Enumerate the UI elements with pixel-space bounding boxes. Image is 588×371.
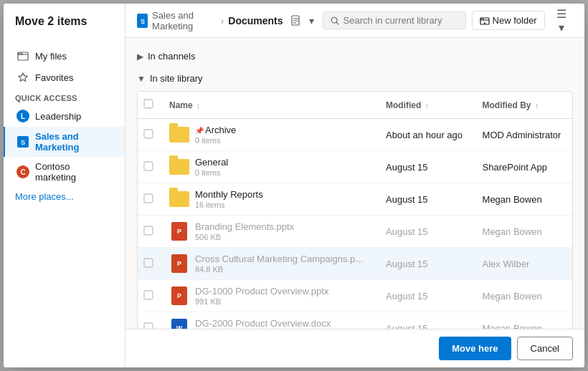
file-name: General — [195, 157, 228, 168]
cancel-button[interactable]: Cancel — [517, 337, 573, 360]
modal-title: Move 2 items — [4, 15, 125, 39]
row-modified-by: Megan Bowen — [474, 216, 572, 248]
name-sort-icon: ↕ — [196, 102, 200, 110]
in-site-library-label: In site library — [150, 73, 203, 84]
row-modified: August 15 — [377, 183, 474, 216]
modified-by-sort-icon: ↕ — [535, 102, 539, 110]
file-subtext: 506 KB — [195, 233, 294, 241]
pin-icon: 📌 — [195, 127, 204, 135]
breadcrumb-separator: › — [221, 15, 224, 26]
row-checkbox[interactable] — [138, 151, 161, 183]
table-row[interactable]: P Cross Cultural Marketing Campaigns.p..… — [138, 248, 572, 280]
svg-line-7 — [336, 22, 338, 24]
myfiles-label: My files — [35, 51, 67, 62]
row-checkbox[interactable] — [138, 183, 161, 216]
sidebar-item-leadership[interactable]: L Leadership — [4, 105, 125, 127]
table-row[interactable]: Monthly Reports 16 items August 15Megan … — [138, 183, 572, 216]
row-name[interactable]: Monthly Reports 16 items — [161, 183, 377, 216]
row-modified-by: Megan Bowen — [474, 280, 572, 312]
table-row[interactable]: P DG-1000 Product Overview.pptx 991 KB A… — [138, 280, 572, 312]
file-name-cell: General 0 items — [195, 157, 228, 177]
row-modified-by: Megan Bowen — [474, 183, 572, 216]
breadcrumb-current-folder: Documents — [228, 15, 283, 26]
header-bar: S Sales and Marketing › Documents ▾ — [125, 4, 584, 38]
file-name-cell: Branding Elements.pptx 506 KB — [195, 221, 294, 241]
row-modified-by: Megan Bowen — [474, 312, 572, 329]
sidebar-item-contoso[interactable]: C Contoso marketing — [4, 157, 125, 187]
row-name[interactable]: P Cross Cultural Marketing Campaigns.p..… — [161, 248, 377, 280]
file-name-cell: DG-1000 Product Overview.pptx 991 KB — [195, 286, 328, 306]
word-icon: W — [169, 318, 189, 329]
svg-rect-14 — [144, 259, 153, 267]
col-modified-header[interactable]: Modified ↕ — [377, 92, 474, 119]
search-icon — [331, 16, 339, 26]
in-channels-label: In channels — [148, 51, 196, 62]
svg-rect-11 — [144, 162, 153, 170]
row-modified-by: Alex Wilber — [474, 248, 572, 280]
row-name[interactable]: W DG-2000 Product Overview.docx 226 KB — [161, 312, 377, 329]
quick-access-label: Quick access — [4, 88, 125, 105]
new-folder-icon — [480, 16, 490, 26]
in-site-library-toggle[interactable]: ▼ In site library — [137, 69, 573, 88]
search-box[interactable] — [323, 11, 466, 29]
row-checkbox[interactable] — [138, 119, 161, 151]
file-subtext: 0 items — [195, 168, 228, 177]
row-checkbox[interactable] — [138, 280, 161, 312]
move-here-button[interactable]: Move here — [439, 337, 511, 360]
svg-text:S: S — [21, 139, 25, 146]
breadcrumb: S Sales and Marketing › Documents ▾ — [137, 10, 317, 32]
ppt-icon: P — [169, 221, 189, 241]
row-checkbox[interactable] — [138, 216, 161, 248]
leadership-label: Leadership — [35, 111, 81, 122]
svg-rect-12 — [144, 194, 153, 203]
more-options-button[interactable]: ☰ ▾ — [551, 4, 573, 37]
contoso-icon: C — [16, 165, 29, 178]
channels-chevron-icon: ▶ — [137, 52, 143, 62]
sidebar-nav: My files Favorites Quick access L Leader… — [4, 39, 125, 212]
breadcrumb-dropdown-btn[interactable]: ▾ — [306, 14, 317, 28]
ppt-icon: P — [169, 286, 189, 306]
col-checkbox — [138, 92, 161, 119]
sidebar-item-sales-marketing[interactable]: S Sales and Marketing — [4, 127, 125, 157]
row-name[interactable]: P Branding Elements.pptx 506 KB — [161, 216, 377, 248]
col-name-header[interactable]: Name ↕ — [161, 92, 377, 119]
table-row[interactable]: P Branding Elements.pptx 506 KB August 1… — [138, 216, 572, 248]
row-modified: About an hour ago — [377, 119, 474, 151]
row-modified: August 15 — [377, 248, 474, 280]
row-checkbox[interactable] — [138, 248, 161, 280]
svg-rect-16 — [144, 323, 153, 329]
row-modified: August 15 — [377, 312, 474, 329]
leadership-icon: L — [16, 110, 29, 122]
sales-marketing-icon: S — [16, 135, 29, 148]
sidebar-item-favorites[interactable]: Favorites — [4, 67, 125, 88]
modified-sort-icon: ↕ — [425, 102, 429, 110]
more-places-link[interactable]: More places... — [4, 187, 125, 206]
file-name: DG-2000 Product Overview.docx — [195, 318, 331, 329]
sidebar-item-myfiles[interactable]: My files — [4, 45, 125, 67]
file-name-cell: Cross Cultural Marketing Campaigns.p... … — [195, 254, 363, 274]
in-channels-toggle[interactable]: ▶ In channels — [137, 47, 573, 66]
row-modified-by: SharePoint App — [474, 151, 572, 183]
table-row[interactable]: General 0 items August 15SharePoint App — [138, 151, 572, 183]
col-modified-by-header[interactable]: Modified By ↕ — [474, 92, 572, 119]
file-subtext: 16 items — [195, 201, 263, 209]
row-name[interactable]: P DG-1000 Product Overview.pptx 991 KB — [161, 280, 377, 312]
row-name[interactable]: 📌Archive 0 items — [161, 119, 377, 151]
folder-icon — [169, 125, 189, 145]
svg-rect-13 — [144, 226, 153, 235]
file-name: Monthly Reports — [195, 189, 263, 200]
file-name: Branding Elements.pptx — [195, 221, 294, 232]
row-name[interactable]: General 0 items — [161, 151, 377, 183]
file-name-cell: Monthly Reports 16 items — [195, 189, 263, 209]
move-dialog: Move 2 items My files — [4, 4, 584, 367]
table-row[interactable]: W DG-2000 Product Overview.docx 226 KB A… — [138, 312, 572, 329]
folder-icon — [169, 157, 189, 177]
file-subtext: 991 KB — [195, 297, 328, 306]
file-subtext: 84.8 KB — [195, 265, 363, 274]
search-input[interactable] — [343, 15, 458, 26]
row-modified-by: MOD Administrator — [474, 119, 572, 151]
row-checkbox[interactable] — [138, 312, 161, 329]
file-name-cell: 📌Archive 0 items — [195, 125, 236, 145]
table-row[interactable]: 📌Archive 0 items About an hour agoMOD Ad… — [138, 119, 572, 151]
new-folder-button[interactable]: New folder — [472, 11, 545, 30]
